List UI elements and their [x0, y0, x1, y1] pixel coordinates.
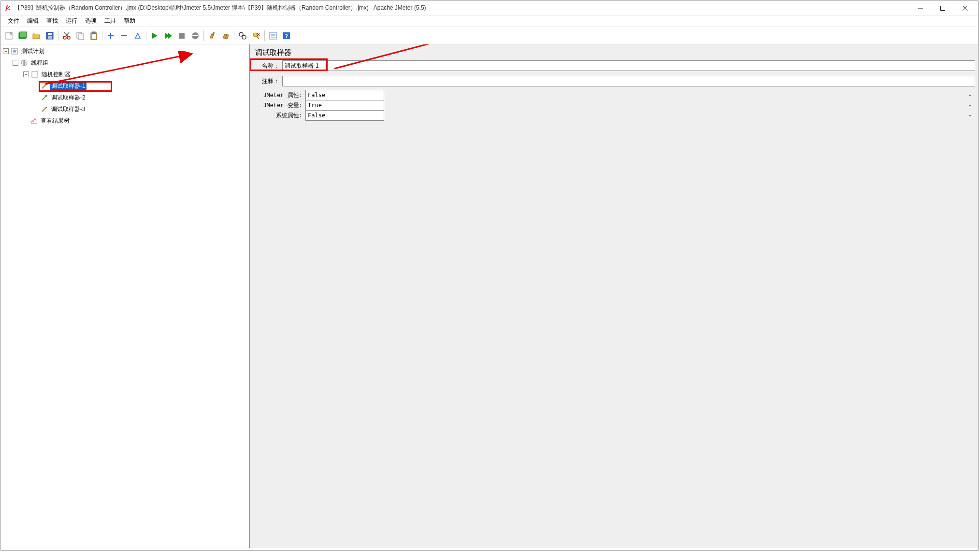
- results-tree-icon: [30, 117, 38, 125]
- svg-rect-15: [79, 34, 84, 40]
- svg-point-11: [67, 36, 70, 39]
- new-icon[interactable]: [3, 29, 15, 42]
- svg-rect-22: [179, 33, 185, 39]
- menu-search[interactable]: 查找: [43, 16, 62, 26]
- clear-all-icon[interactable]: [219, 29, 232, 42]
- collapse-toggle-icon[interactable]: −: [13, 60, 18, 66]
- svg-line-29: [257, 36, 259, 39]
- menu-help[interactable]: 帮助: [120, 16, 139, 26]
- tree-node-sampler-2[interactable]: 调试取样器-2: [1, 92, 249, 103]
- function-helper-icon[interactable]: [267, 29, 279, 42]
- menu-tools[interactable]: 工具: [101, 16, 120, 26]
- system-props-select[interactable]: [305, 110, 384, 121]
- system-props-label: 系统属性:: [253, 112, 305, 120]
- name-input[interactable]: [282, 60, 975, 71]
- svg-rect-17: [92, 32, 95, 34]
- collapse-toggle-icon[interactable]: −: [3, 48, 9, 54]
- svg-rect-44: [45, 84, 47, 85]
- svg-rect-8: [48, 33, 52, 35]
- maximize-button[interactable]: [932, 1, 954, 15]
- svg-rect-48: [45, 107, 47, 108]
- svg-rect-6: [20, 32, 27, 38]
- tree-label-sampler-2: 调试取样器-2: [50, 93, 86, 102]
- svg-rect-42: [32, 71, 38, 77]
- jmeter-props-select[interactable]: [305, 90, 384, 100]
- clear-icon[interactable]: [206, 29, 218, 42]
- paste-icon[interactable]: [87, 29, 100, 42]
- minimize-button[interactable]: [909, 1, 932, 15]
- svg-rect-9: [48, 36, 52, 39]
- window-title: 【P39】随机控制器（Random Controller）.jmx (D:\De…: [14, 4, 909, 12]
- tree-node-thread-group[interactable]: − 线程组: [1, 57, 249, 69]
- cut-icon[interactable]: [60, 29, 73, 42]
- svg-text:?: ?: [285, 32, 288, 40]
- svg-point-28: [253, 33, 257, 37]
- name-label: 名称：: [253, 62, 282, 70]
- menu-edit[interactable]: 编辑: [23, 16, 43, 26]
- tree-node-random-controller[interactable]: − 随机控制器: [1, 69, 249, 80]
- jmeter-vars-label: JMeter 变量:: [253, 101, 305, 110]
- svg-rect-24: [192, 35, 198, 36]
- svg-point-39: [13, 50, 16, 53]
- svg-rect-18: [92, 34, 96, 39]
- templates-icon[interactable]: [16, 29, 29, 42]
- copy-icon[interactable]: [74, 29, 86, 42]
- menu-run[interactable]: 运行: [62, 16, 81, 26]
- tree-node-sampler-1[interactable]: 调试取样器-1: [1, 80, 249, 92]
- comment-input[interactable]: [282, 76, 975, 86]
- test-plan-icon: [11, 47, 18, 55]
- tree-label-test-plan: 测试计划: [20, 47, 45, 56]
- close-button[interactable]: [954, 1, 976, 15]
- sampler-icon: [41, 105, 48, 113]
- search-icon[interactable]: [236, 29, 249, 42]
- toolbar: ?: [1, 27, 978, 44]
- svg-line-47: [42, 108, 46, 112]
- sampler-icon: [41, 82, 48, 90]
- svg-point-10: [63, 36, 66, 39]
- thread-group-icon: [20, 59, 28, 67]
- shutdown-icon[interactable]: [189, 29, 202, 42]
- start-icon[interactable]: [148, 29, 161, 42]
- tree-node-test-plan[interactable]: − 测试计划: [1, 45, 249, 57]
- start-no-pause-icon[interactable]: [162, 29, 174, 42]
- tree-label-thread-group: 线程组: [30, 58, 49, 68]
- menu-file[interactable]: 文件: [4, 16, 23, 26]
- menu-options[interactable]: 选项: [81, 16, 101, 26]
- tree-pane[interactable]: − 测试计划 − 线程组 − 随机控制器 调试取样器-1: [1, 44, 250, 548]
- tree-node-view-results[interactable]: 查看结果树: [1, 115, 249, 127]
- toggle-icon[interactable]: [131, 29, 144, 42]
- svg-line-43: [42, 85, 46, 88]
- tree-node-sampler-3[interactable]: 调试取样器-3: [1, 103, 249, 115]
- svg-rect-46: [45, 95, 47, 97]
- open-icon[interactable]: [30, 29, 43, 42]
- tree-label-random-controller: 随机控制器: [41, 70, 72, 79]
- details-pane: 调试取样器 名称： 注释： JMeter 属性: JMeter 变量:: [250, 44, 978, 548]
- save-icon[interactable]: [43, 29, 56, 42]
- tree-label-view-results: 查看结果树: [40, 116, 71, 126]
- tree-label-sampler-3: 调试取样器-3: [50, 105, 86, 114]
- statusbar: [1, 548, 978, 550]
- panel-heading: 调试取样器: [250, 44, 978, 60]
- reset-search-icon[interactable]: [250, 29, 262, 42]
- jmeter-vars-select[interactable]: [305, 100, 384, 111]
- comment-label: 注释：: [253, 77, 282, 85]
- help-icon[interactable]: ?: [280, 29, 293, 42]
- titlebar: 【P39】随机控制器（Random Controller）.jmx (D:\De…: [1, 1, 978, 15]
- app-icon: [4, 4, 12, 12]
- stop-icon[interactable]: [175, 29, 188, 42]
- tree-label-sampler-1: 调试取样器-1: [50, 82, 86, 91]
- jmeter-props-label: JMeter 属性:: [253, 91, 305, 99]
- sampler-icon: [41, 94, 48, 101]
- collapse-icon[interactable]: [118, 29, 130, 42]
- menubar: 文件 编辑 查找 运行 选项 工具 帮助: [1, 15, 978, 27]
- controller-icon: [31, 71, 39, 78]
- svg-line-45: [42, 96, 46, 100]
- svg-rect-1: [941, 6, 945, 10]
- expand-icon[interactable]: [104, 29, 117, 42]
- collapse-toggle-icon[interactable]: −: [23, 71, 29, 77]
